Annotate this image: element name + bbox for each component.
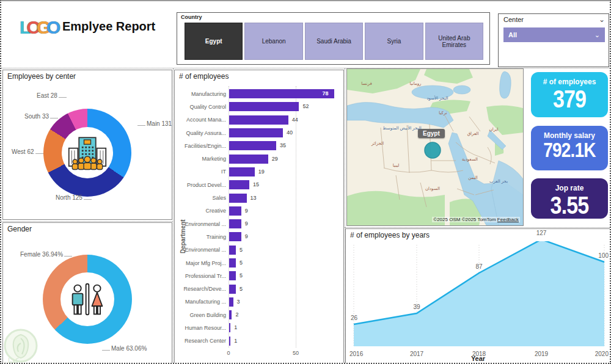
bar-category-label: Sales [175, 195, 229, 201]
bar-value: 2 [235, 310, 238, 319]
dept-bar-panel: # of employees Department Manufacturing7… [174, 70, 344, 364]
bar[interactable] [229, 246, 236, 255]
map-bubble-egypt[interactable] [425, 142, 441, 158]
bar[interactable] [229, 167, 255, 177]
map-text-label: فرنسا [361, 81, 372, 86]
kpi-value: 379 [536, 86, 602, 112]
country-filter-label: Country [181, 14, 202, 20]
map-text-label: الجزائر [371, 141, 384, 146]
building-people-icon [67, 134, 108, 171]
years-area-panel: # of employees by years 263987127100 201… [345, 228, 611, 364]
kpi-value: 3.55 [536, 192, 602, 218]
bar-value: 1 [234, 323, 237, 332]
bar-row-1: Quality Control52 [175, 100, 341, 113]
bar-track: 29 [229, 155, 341, 164]
bar-category-label: Environmental ... [175, 221, 229, 227]
panel-title: Employees by center [7, 72, 76, 81]
bar[interactable] [229, 258, 236, 268]
donut-hole [62, 127, 113, 178]
country-option-lebanon[interactable]: Lebanon [244, 23, 302, 60]
donut-label-south: South 33 [24, 113, 59, 120]
bar-category-label: Marketing [175, 156, 229, 162]
bar[interactable] [229, 285, 236, 294]
country-option-syria[interactable]: Syria [365, 23, 423, 60]
bar-track: 5 [229, 246, 341, 255]
bar[interactable] [229, 194, 247, 203]
bar-track: 15 [229, 180, 341, 189]
logo-letter: O [26, 17, 36, 37]
center-filter: Center ⌄ All ⌄ [498, 13, 609, 67]
bar[interactable] [229, 180, 249, 189]
bar[interactable] [229, 206, 241, 216]
x-tick-label: 2017 [410, 351, 423, 357]
chevron-down-icon[interactable]: ⌄ [599, 15, 605, 24]
bar-row-0: Manufacturing78 [175, 87, 341, 100]
bar-category-label: Quality Assura... [175, 130, 229, 136]
bar[interactable] [229, 128, 283, 137]
map-text-label: السودان [425, 186, 440, 191]
x-tick: 50 [293, 350, 299, 356]
bar-rows: Manufacturing78Quality Control52Account … [175, 87, 341, 348]
donut-label-west: West 62 [12, 148, 45, 155]
country-option-united-arab-emirates[interactable]: United Arab Emirates [425, 23, 483, 60]
bar-row-13: Major Mfg Proj...5 [175, 257, 341, 269]
bar[interactable] [229, 219, 241, 228]
feedback-link[interactable]: Feedback [497, 217, 519, 222]
donut-label-female: Female 36.94% [20, 251, 73, 258]
bar-category-label: Research Center [175, 338, 229, 344]
bar-category-label: Account Mana... [175, 117, 229, 123]
bar[interactable] [229, 115, 288, 125]
bar[interactable] [229, 141, 276, 150]
center-filter-label: Center [503, 16, 524, 23]
bar[interactable] [229, 271, 236, 280]
x-axis-label: Year [471, 355, 485, 362]
bar[interactable] [229, 89, 334, 98]
seam [173, 68, 174, 364]
bar-category-label: Product Devel... [175, 182, 229, 188]
bar-row-4: Facilities/Engin...35 [175, 139, 341, 152]
map[interactable] [347, 69, 523, 225]
bar[interactable] [229, 297, 233, 307]
bar-category-label: Human Resour... [175, 325, 229, 331]
bar-category-label: Creative [175, 208, 229, 214]
bar-row-12: Environmental ...5 [175, 244, 341, 257]
bar[interactable] [229, 337, 230, 346]
bar-value: 5 [240, 285, 243, 294]
bar[interactable] [229, 232, 241, 241]
bar[interactable] [229, 310, 232, 319]
bar-track: 3 [229, 297, 341, 307]
bar-value: 35 [280, 141, 286, 150]
bar-track: 2 [229, 310, 341, 319]
bar[interactable] [229, 155, 268, 164]
bar-row-10: Environmental ...9 [175, 217, 341, 230]
map-panel[interactable]: Egypt البحر الأسودالبحر الأبيض المتوسطبح… [346, 68, 524, 226]
country-option-saudi-arabia[interactable]: Saudi Arabia [305, 23, 363, 60]
bar-value: 78 [323, 89, 329, 98]
bar-row-19: Research Center1 [175, 335, 341, 348]
map-text-label: ايران [489, 127, 499, 132]
bar[interactable] [229, 323, 230, 332]
logo-letter: L [20, 17, 26, 37]
country-option-egypt[interactable]: Egypt [185, 23, 243, 60]
center-dropdown[interactable]: All ⌄ [503, 27, 605, 42]
bar-value: 3 [237, 297, 240, 307]
kpi-card-1: Monthly salary792.1K [531, 126, 608, 170]
x-tick-label: 2019 [535, 351, 548, 357]
bar-category-label: Manufacturing ... [175, 299, 229, 305]
map-text-label: ليبيا [393, 163, 400, 168]
male-female-icon [68, 281, 106, 318]
attribution-text: ©2025 OSM ©2025 TomTom [433, 217, 496, 222]
bar-row-2: Account Mana...44 [175, 114, 341, 126]
donut-hole [60, 272, 114, 326]
panel-title: # of employees by years [350, 231, 430, 239]
bar-track: 5 [229, 285, 341, 294]
bar-value: 44 [292, 115, 298, 125]
kpi-label: # of employees [531, 78, 608, 86]
logo-letter: G [37, 17, 46, 37]
bar-value: 5 [240, 258, 243, 268]
bar-track: 40 [229, 128, 341, 137]
donut-label-male: Male 63.06% [101, 345, 147, 352]
bar-track: 9 [229, 206, 341, 216]
bar[interactable] [229, 102, 299, 111]
bar-track: 1 [229, 323, 341, 332]
